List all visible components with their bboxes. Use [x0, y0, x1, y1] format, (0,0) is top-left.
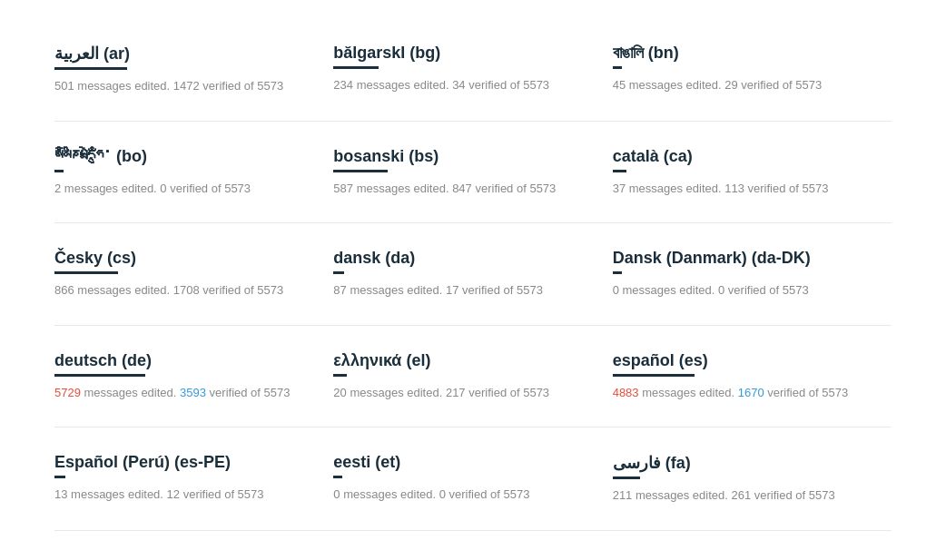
language-stats: 5729 messages edited. 3593 verified of 5…: [54, 384, 315, 402]
language-underline: [333, 476, 342, 478]
language-underline: [333, 374, 347, 377]
language-stats: 0 messages edited. 0 verified of 5573: [333, 486, 594, 504]
language-card[interactable]: dansk (da)87 messages edited. 17 verifie…: [333, 223, 612, 326]
language-stats: 37 messages edited. 113 verified of 5573: [613, 180, 873, 198]
language-stats: 13 messages edited. 12 verified of 5573: [54, 486, 315, 504]
language-card[interactable]: বাঙালি (bn)45 messages edited. 29 verifi…: [613, 18, 892, 122]
language-card[interactable]: ελληνικά (el)20 messages edited. 217 ver…: [333, 326, 612, 428]
language-name: català (ca): [613, 147, 873, 166]
language-underline: [333, 170, 388, 172]
language-card[interactable]: Dansk (Danmark) (da-DK)0 messages edited…: [613, 223, 892, 326]
language-underline: [54, 67, 127, 70]
language-underline: [333, 271, 344, 274]
language-name: dansk (da): [333, 249, 594, 268]
language-name: ༀམཎིཔདྨེཧཱུྃ་ (bo): [54, 147, 315, 166]
language-stats: 45 messages edited. 29 verified of 5573: [613, 76, 873, 94]
language-name: فارسی (fa): [613, 453, 873, 473]
language-name: ελληνικά (el): [333, 351, 594, 370]
language-stats: 501 messages edited. 1472 verified of 55…: [54, 77, 315, 95]
language-card[interactable]: ༀམཎིཔདྨེཧཱུྃ་ (bo)2 messages edited. 0 v…: [54, 122, 333, 224]
language-stats: 4883 messages edited. 1670 verified of 5…: [613, 384, 873, 402]
language-card[interactable]: Česky (cs)866 messages edited. 1708 veri…: [54, 223, 333, 326]
language-underline: [613, 476, 640, 479]
language-name: español (es): [613, 351, 873, 370]
language-name: Español (Perú) (es-PE): [54, 453, 315, 472]
language-stats: 0 messages edited. 0 verified of 5573: [613, 281, 873, 300]
language-stats: 2 messages edited. 0 verified of 5573: [54, 180, 315, 198]
language-name: eesti (et): [333, 453, 594, 472]
language-stats: 234 messages edited. 34 verified of 5573: [333, 76, 594, 94]
language-stats: 211 messages edited. 261 verified of 557…: [613, 486, 873, 505]
language-underline: [613, 66, 622, 69]
language-card[interactable]: bălgarskI (bg)234 messages edited. 34 ve…: [333, 18, 612, 122]
language-card[interactable]: eesti (et)0 messages edited. 0 verified …: [333, 427, 612, 531]
language-underline: [54, 476, 65, 478]
language-underline: [54, 170, 64, 172]
language-underline: [54, 271, 118, 274]
language-underline: [333, 66, 379, 69]
language-name: العربية (ar): [54, 44, 315, 64]
language-grid: العربية (ar)501 messages edited. 1472 ve…: [54, 18, 892, 531]
language-name: Dansk (Danmark) (da-DK): [613, 249, 873, 268]
language-card[interactable]: Español (Perú) (es-PE)13 messages edited…: [54, 427, 333, 531]
language-underline: [613, 170, 626, 172]
language-underline: [54, 374, 145, 377]
language-card[interactable]: فارسی (fa)211 messages edited. 261 verif…: [613, 427, 892, 531]
language-card[interactable]: català (ca)37 messages edited. 113 verif…: [613, 122, 892, 224]
language-underline: [613, 271, 622, 274]
language-stats: 20 messages edited. 217 verified of 5573: [333, 384, 594, 402]
language-stats: 587 messages edited. 847 verified of 557…: [333, 180, 594, 198]
language-card[interactable]: bosanski (bs)587 messages edited. 847 ve…: [333, 122, 612, 224]
language-underline: [613, 374, 695, 377]
language-name: bălgarskI (bg): [333, 44, 594, 63]
language-stats: 87 messages edited. 17 verified of 5573: [333, 281, 594, 300]
language-name: Česky (cs): [54, 249, 315, 268]
language-name: bosanski (bs): [333, 147, 594, 166]
language-card[interactable]: español (es)4883 messages edited. 1670 v…: [613, 326, 892, 428]
language-name: বাঙালি (bn): [613, 44, 873, 63]
language-name: deutsch (de): [54, 351, 315, 370]
language-card[interactable]: deutsch (de)5729 messages edited. 3593 v…: [54, 326, 333, 428]
language-card[interactable]: العربية (ar)501 messages edited. 1472 ve…: [54, 18, 333, 122]
language-stats: 866 messages edited. 1708 verified of 55…: [54, 281, 315, 300]
